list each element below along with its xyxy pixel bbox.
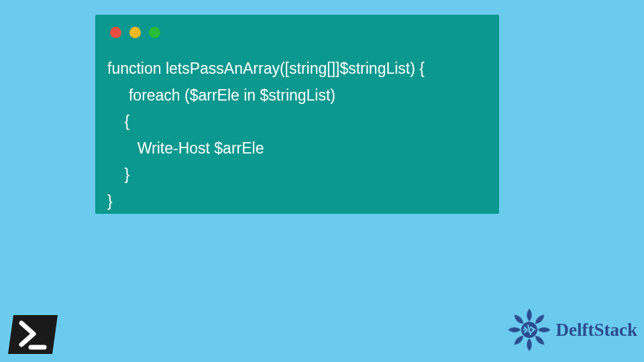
code-block: function letsPassAnArray([string[]]$stri… <box>95 38 499 215</box>
code-line: foreach ($arrEle in $stringList) <box>107 86 335 104</box>
code-line: Write-Host $arrEle <box>107 139 264 157</box>
brand-name: DelftStack <box>556 320 637 341</box>
svg-text:</>: </> <box>523 325 536 334</box>
code-line: { <box>107 113 129 130</box>
code-line: } <box>107 166 129 183</box>
delftstack-emblem-icon: </> <box>505 306 553 354</box>
maximize-icon <box>149 27 160 38</box>
code-line: function letsPassAnArray([string[]]$stri… <box>107 60 425 77</box>
delftstack-logo: </> DelftStack <box>505 306 637 354</box>
powershell-icon <box>7 314 59 355</box>
code-line: } <box>107 192 113 210</box>
close-icon <box>110 27 121 38</box>
minimize-icon <box>129 27 141 38</box>
window-traffic-lights <box>95 15 499 38</box>
code-window: function letsPassAnArray([string[]]$stri… <box>95 15 499 214</box>
